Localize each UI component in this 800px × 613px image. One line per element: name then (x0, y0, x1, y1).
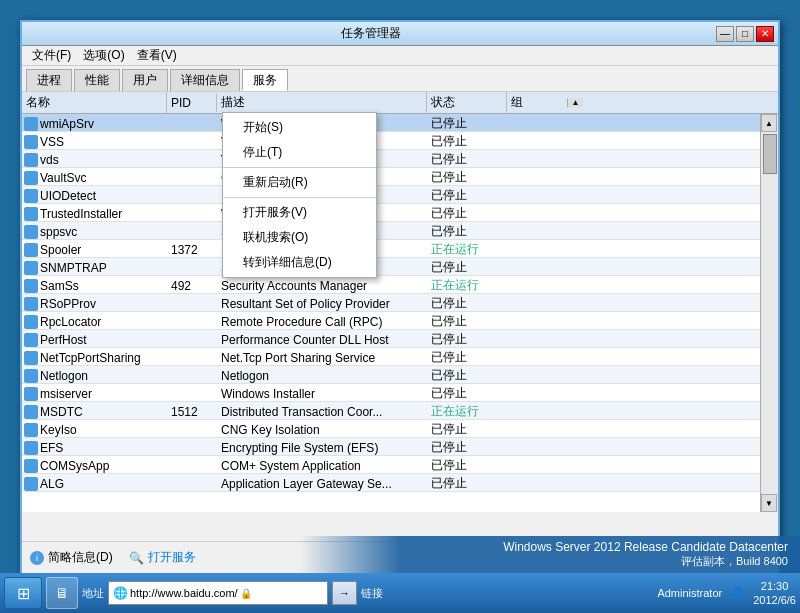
service-link-text[interactable]: 打开服务 (148, 549, 196, 566)
context-menu: 开始(S) 停止(T) 重新启动(R) 打开服务(V) 联机搜索(O) 转到详细… (222, 112, 377, 278)
context-item-restart[interactable]: 重新启动(R) (223, 170, 376, 195)
go-button[interactable]: → (332, 581, 357, 605)
service-desc: Distributed Transaction Coor... (217, 404, 427, 420)
table-row[interactable]: vds Vi 已停止 (22, 150, 778, 168)
service-pid (167, 267, 217, 269)
context-item-search[interactable]: 联机搜索(O) (223, 225, 376, 250)
context-item-stop[interactable]: 停止(T) (223, 140, 376, 165)
service-pid: 492 (167, 278, 217, 294)
scrollbar-thumb[interactable] (763, 134, 777, 174)
address-bar[interactable]: 🌐 http://www.baidu.com/ 🔒 (108, 581, 328, 605)
service-desc: Net.Tcp Port Sharing Service (217, 350, 427, 366)
menu-view[interactable]: 查看(V) (131, 45, 183, 66)
service-icon (24, 207, 38, 221)
tab-process[interactable]: 进程 (26, 69, 72, 91)
security-icon: 🔒 (240, 588, 252, 599)
scrollbar-track[interactable] (761, 132, 778, 494)
table-row[interactable]: EFS Encrypting File System (EFS) 已停止 (22, 438, 778, 456)
service-pid (167, 375, 217, 377)
table-row[interactable]: VSS V 已停止 (22, 132, 778, 150)
context-item-open-service[interactable]: 打开服务(V) (223, 200, 376, 225)
service-desc: Application Layer Gateway Se... (217, 476, 427, 492)
menu-file[interactable]: 文件(F) (26, 45, 77, 66)
service-status: 已停止 (427, 366, 507, 385)
browser-icon: 🌐 (113, 586, 128, 600)
scrollbar-top-btn[interactable]: ▲ (567, 98, 583, 107)
maximize-button[interactable]: □ (736, 26, 754, 42)
start-button[interactable]: ⊞ (4, 577, 42, 609)
open-service-link[interactable]: 🔍 打开服务 (129, 549, 196, 566)
table-row[interactable]: MSDTC 1512 Distributed Transaction Coor.… (22, 402, 778, 420)
service-pid (167, 177, 217, 179)
table-row[interactable]: Netlogon Netlogon 已停止 (22, 366, 778, 384)
table-row[interactable]: sppsvc S 已停止 (22, 222, 778, 240)
service-status: 已停止 (427, 204, 507, 223)
info-link-text[interactable]: 简略信息(D) (48, 549, 113, 566)
table-row[interactable]: wmiApSrv WMI Performance Adapter 已停止 (22, 114, 778, 132)
service-desc: Resultant Set of Policy Provider (217, 296, 427, 312)
service-pid (167, 357, 217, 359)
table-row[interactable]: TrustedInstaller W 已停止 (22, 204, 778, 222)
table-row[interactable]: msiserver Windows Installer 已停止 (22, 384, 778, 402)
user-icon: 👤 (730, 586, 745, 600)
service-icon (24, 297, 38, 311)
service-icon (24, 441, 38, 455)
scrollbar-down-button[interactable]: ▼ (761, 494, 777, 512)
close-button[interactable]: ✕ (756, 26, 774, 42)
service-group (507, 411, 567, 413)
service-name: SamSs (40, 279, 79, 293)
tab-services[interactable]: 服务 (242, 69, 288, 91)
context-item-start[interactable]: 开始(S) (223, 115, 376, 140)
minimize-button[interactable]: — (716, 26, 734, 42)
table-row[interactable]: RSoPProv Resultant Set of Policy Provide… (22, 294, 778, 312)
info-link[interactable]: i 简略信息(D) (30, 549, 113, 566)
taskbar-app-button[interactable]: 🖥 (46, 577, 78, 609)
col-status[interactable]: 状态 (427, 92, 507, 113)
table-row[interactable]: ALG Application Layer Gateway Se... 已停止 (22, 474, 778, 492)
vertical-scrollbar[interactable]: ▲ ▼ (760, 114, 778, 512)
table-row[interactable]: SNMPTRAP SNMP Trap 已停止 (22, 258, 778, 276)
address-bar-container: 地址 🌐 http://www.baidu.com/ 🔒 → 链接 (82, 581, 653, 605)
col-name[interactable]: 名称 (22, 92, 167, 113)
table-header: 名称 PID 描述 状态 组 ▲ (22, 92, 778, 114)
service-status: 已停止 (427, 330, 507, 349)
service-name: MSDTC (40, 405, 83, 419)
scrollbar-up-button[interactable]: ▲ (761, 114, 777, 132)
service-status: 已停止 (427, 222, 507, 241)
service-name: VaultSvc (40, 171, 86, 185)
service-pid (167, 141, 217, 143)
service-desc: Remote Procedure Call (RPC) (217, 314, 427, 330)
tab-performance[interactable]: 性能 (74, 69, 120, 91)
service-icon (24, 423, 38, 437)
col-desc[interactable]: 描述 (217, 92, 427, 113)
table-row[interactable]: UIODetect In 已停止 (22, 186, 778, 204)
windows-info-bar: Windows Server 2012 Release Candidate Da… (300, 536, 800, 573)
col-group[interactable]: 组 (507, 92, 567, 113)
table-row[interactable]: KeyIso CNG Key Isolation 已停止 (22, 420, 778, 438)
tab-details[interactable]: 详细信息 (170, 69, 240, 91)
service-status: 已停止 (427, 150, 507, 169)
table-row[interactable]: PerfHost Performance Counter DLL Host 已停… (22, 330, 778, 348)
service-pid (167, 483, 217, 485)
service-icon (24, 261, 38, 275)
table-row[interactable]: VaultSvc C 已停止 (22, 168, 778, 186)
context-item-details[interactable]: 转到详细信息(D) (223, 250, 376, 275)
service-name: ALG (40, 477, 64, 491)
table-row[interactable]: SamSs 492 Security Accounts Manager 正在运行 (22, 276, 778, 294)
tab-users[interactable]: 用户 (122, 69, 168, 91)
menu-options[interactable]: 选项(O) (77, 45, 130, 66)
service-group (507, 429, 567, 431)
service-name: COMSysApp (40, 459, 109, 473)
clock-time: 21:30 (753, 579, 796, 593)
service-name: VSS (40, 135, 64, 149)
service-name: EFS (40, 441, 63, 455)
table-row[interactable]: COMSysApp COM+ System Application 已停止 (22, 456, 778, 474)
table-row[interactable]: RpcLocator Remote Procedure Call (RPC) 已… (22, 312, 778, 330)
service-icon (24, 225, 38, 239)
table-row[interactable]: Spooler 1372 Pr 正在运行 (22, 240, 778, 258)
service-group (507, 483, 567, 485)
service-status: 已停止 (427, 456, 507, 475)
clock: 21:30 2012/6/6 (753, 579, 796, 608)
table-row[interactable]: NetTcpPortSharing Net.Tcp Port Sharing S… (22, 348, 778, 366)
col-pid[interactable]: PID (167, 94, 217, 112)
